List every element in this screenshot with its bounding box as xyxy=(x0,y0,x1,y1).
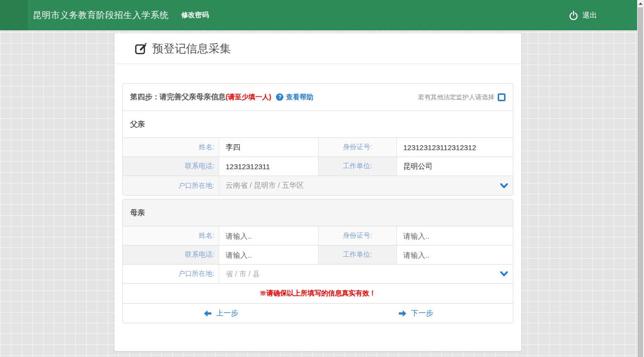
logo-block xyxy=(0,0,28,30)
mother-panel: 母亲 姓名: 身份证号: 联系电话: 工作单位: 户口所在地: 省 / xyxy=(122,199,513,323)
father-section-title: 父亲 xyxy=(123,111,513,138)
vertical-scrollbar[interactable] xyxy=(637,0,644,357)
father-name-label: 姓名: xyxy=(123,138,219,156)
chevron-down-icon[interactable] xyxy=(500,270,508,278)
scrollbar-up-arrow[interactable] xyxy=(639,2,643,5)
view-help-link[interactable]: 查看帮助 xyxy=(286,93,313,102)
edit-icon xyxy=(135,43,147,55)
next-step-button[interactable]: 下一步 xyxy=(319,304,513,323)
mother-name-field xyxy=(219,226,319,245)
father-employer-value[interactable]: 昆明公司 xyxy=(397,157,513,176)
prev-step-button[interactable]: 上一步 xyxy=(123,304,319,323)
father-phone-value[interactable]: 12312312311 xyxy=(219,157,319,176)
page-title: 预登记信息采集 xyxy=(152,41,231,56)
table-row: 姓名: 李四 身份证号: 123123123112312312 xyxy=(123,138,513,157)
logout-label: 退出 xyxy=(582,11,597,20)
next-step-label: 下一步 xyxy=(411,309,433,318)
mother-phone-label: 联系电话: xyxy=(123,245,219,264)
mother-id-label: 身份证号: xyxy=(319,226,397,245)
mother-name-input[interactable] xyxy=(219,226,318,245)
mother-employer-label: 工作单位: xyxy=(319,245,397,264)
chevron-down-icon[interactable] xyxy=(500,181,508,190)
mother-phone-field xyxy=(219,245,319,264)
father-id-value[interactable]: 123123123112312312 xyxy=(397,138,513,156)
step-title: 第四步：请完善父亲母亲信息 xyxy=(130,92,226,102)
guardian-note: 若有其他法定监护人请选择 xyxy=(418,93,494,102)
top-bar: 昆明市义务教育阶段招生入学系统 修改密码 退出 xyxy=(0,0,637,30)
wizard-nav-row: 上一步 下一步 xyxy=(123,304,513,323)
mother-id-input[interactable] xyxy=(397,226,513,245)
question-circle-icon[interactable]: ? xyxy=(276,93,283,101)
table-row: 联系电话: 12312312311 工作单位: 昆明公司 xyxy=(123,157,513,176)
father-residence-value: 云南省 / 昆明市 / 五华区 xyxy=(226,181,304,190)
app-title: 昆明市义务教育阶段招生入学系统 xyxy=(33,9,169,21)
father-residence-label: 户口所在地: xyxy=(123,176,219,195)
mother-employer-field xyxy=(397,245,513,264)
father-residence-cascader[interactable]: 云南省 / 昆明市 / 五华区 xyxy=(219,176,513,195)
arrow-left-icon xyxy=(204,310,212,317)
change-password-link[interactable]: 修改密码 xyxy=(182,11,209,20)
father-name-value[interactable]: 李四 xyxy=(219,138,319,156)
table-row: 联系电话: 工作单位: xyxy=(123,245,513,265)
arrow-right-icon xyxy=(398,310,407,317)
validity-warning: ※请确保以上所填写的信息真实有效！ xyxy=(123,284,513,304)
mother-residence-cascader[interactable]: 省 / 市 / 县 xyxy=(219,265,513,283)
father-phone-label: 联系电话: xyxy=(123,157,219,176)
card-header: 预登记信息采集 xyxy=(115,33,521,64)
step-hint: (请至少填一人) xyxy=(226,93,271,102)
mother-residence-placeholder: 省 / 市 / 县 xyxy=(226,269,260,279)
power-icon xyxy=(569,11,578,20)
logout-button[interactable]: 退出 xyxy=(569,11,597,20)
father-id-label: 身份证号: xyxy=(319,138,397,156)
step-header-row: 第四步：请完善父亲母亲信息 (请至少填一人) ? 查看帮助 若有其他法定监护人请… xyxy=(123,84,513,111)
mother-residence-label: 户口所在地: xyxy=(123,265,219,283)
mother-id-field xyxy=(397,226,513,245)
table-row: 姓名: 身份证号: xyxy=(123,226,513,245)
table-row: 户口所在地: 云南省 / 昆明市 / 五华区 xyxy=(123,176,513,195)
scrollbar-thumb[interactable] xyxy=(638,7,643,357)
prev-step-label: 上一步 xyxy=(216,309,238,318)
father-employer-label: 工作单位: xyxy=(319,157,397,176)
mother-section-title: 母亲 xyxy=(123,200,513,226)
guardian-checkbox[interactable] xyxy=(498,93,506,101)
mother-name-label: 姓名: xyxy=(123,226,219,245)
father-panel: 第四步：请完善父亲母亲信息 (请至少填一人) ? 查看帮助 若有其他法定监护人请… xyxy=(122,83,513,196)
table-row: 户口所在地: 省 / 市 / 县 xyxy=(123,265,513,284)
main-card: 预登记信息采集 第四步：请完善父亲母亲信息 (请至少填一人) ? 查看帮助 若有… xyxy=(115,33,521,351)
mother-phone-input[interactable] xyxy=(219,245,318,264)
mother-employer-input[interactable] xyxy=(397,245,513,264)
